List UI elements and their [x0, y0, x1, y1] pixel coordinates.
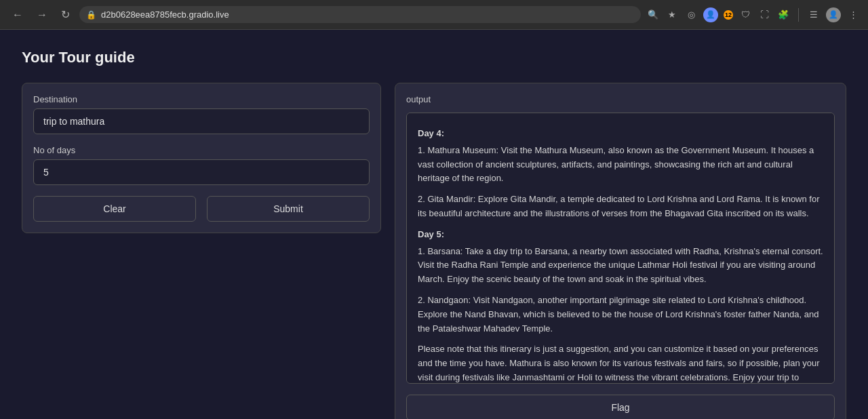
button-row: Clear Submit — [33, 196, 370, 222]
days-label: No of days — [33, 145, 370, 155]
output-note: Please note that this itinerary is just … — [418, 342, 823, 384]
address-input[interactable] — [79, 6, 641, 23]
screenshare-icon[interactable]: ⛶ — [757, 8, 771, 22]
day4-item2: 2. Gita Mandir: Explore Gita Mandir, a t… — [418, 193, 823, 221]
output-label: output — [406, 94, 835, 104]
day5-item2: 2. Nandgaon: Visit Nandgaon, another imp… — [418, 294, 823, 336]
day4-header: Day 4: — [418, 127, 823, 141]
main-layout: Destination No of days Clear Submit outp… — [22, 83, 846, 419]
reload-button[interactable]: ↻ — [57, 5, 74, 24]
shield-icon[interactable]: 🛡 — [738, 8, 752, 22]
output-box[interactable]: Day 4: 1. Mathura Museum: Visit the Math… — [406, 113, 835, 384]
left-panel: Destination No of days Clear Submit — [22, 83, 381, 233]
extension-icon[interactable]: 🧩 — [776, 8, 790, 22]
page-title: Your Tour guide — [22, 49, 846, 66]
destination-label: Destination — [33, 94, 370, 104]
day5-header: Day 5: — [418, 228, 823, 242]
page: Your Tour guide Destination No of days C… — [0, 30, 868, 419]
flag-button[interactable]: Flag — [406, 395, 835, 419]
extensions-icon[interactable]: ◎ — [684, 8, 698, 22]
days-group: No of days — [33, 145, 370, 185]
destination-input[interactable] — [33, 108, 370, 134]
search-icon[interactable]: 🔍 — [646, 8, 660, 22]
day4-item1: 1. Mathura Museum: Visit the Mathura Mus… — [418, 144, 823, 186]
separator — [798, 8, 799, 22]
lock-icon: 🔒 — [86, 10, 96, 20]
notification-badge: 12 — [724, 10, 733, 20]
right-panel: output Day 4: 1. Mathura Museum: Visit t… — [395, 83, 846, 419]
menu-icon[interactable]: ⋮ — [846, 8, 860, 22]
days-input[interactable] — [33, 159, 370, 185]
day5-item1: 1. Barsana: Take a day trip to Barsana, … — [418, 245, 823, 287]
profile-icon[interactable]: 👤 — [703, 7, 718, 22]
submit-button[interactable]: Submit — [207, 196, 370, 222]
destination-group: Destination — [33, 94, 370, 134]
sidebar-icon[interactable]: ☰ — [807, 8, 821, 22]
address-bar-wrap: 🔒 — [79, 6, 641, 23]
star-icon[interactable]: ★ — [665, 8, 679, 22]
browser-icons: 🔍 ★ ◎ 👤 12 🛡 ⛶ 🧩 ☰ 👤 ⋮ — [646, 7, 860, 22]
clear-button[interactable]: Clear — [33, 196, 196, 222]
back-button[interactable]: ← — [8, 6, 27, 24]
user-icon[interactable]: 👤 — [826, 7, 841, 22]
browser-chrome: ← → ↻ 🔒 🔍 ★ ◎ 👤 12 🛡 ⛶ 🧩 ☰ 👤 ⋮ — [0, 0, 868, 30]
forward-button[interactable]: → — [33, 6, 52, 24]
